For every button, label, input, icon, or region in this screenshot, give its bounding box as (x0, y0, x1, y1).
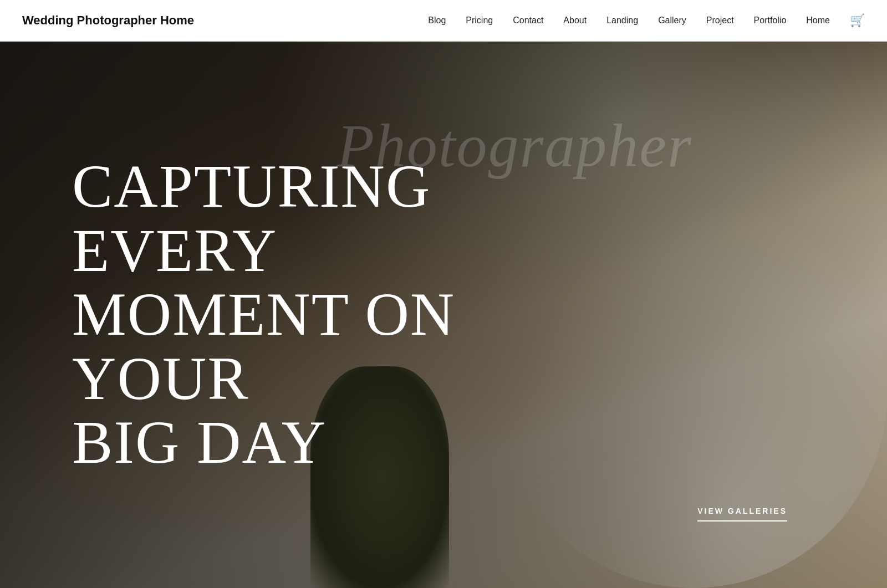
cart-icon-item[interactable]: 🛒 (850, 13, 865, 28)
navbar: Wedding Photographer Home Blog Pricing C… (0, 0, 887, 42)
site-logo[interactable]: Wedding Photographer Home (22, 13, 194, 28)
headline-line1: CAPTURING EVERY (72, 152, 431, 284)
nav-item-about[interactable]: About (563, 16, 587, 25)
nav-link-home[interactable]: Home (806, 16, 830, 25)
nav-item-contact[interactable]: Contact (513, 16, 543, 25)
nav-item-project[interactable]: Project (706, 16, 734, 25)
cta-wrapper: VIEW GALLERIES (697, 506, 787, 521)
nav-item-pricing[interactable]: Pricing (466, 16, 493, 25)
nav-link-contact[interactable]: Contact (513, 16, 543, 25)
nav-link-about[interactable]: About (563, 16, 587, 25)
hero-content: CAPTURING EVERY MOMENT ON YOUR BIG DAY (0, 113, 571, 475)
view-galleries-button[interactable]: VIEW GALLERIES (697, 507, 787, 515)
nav-item-home[interactable]: Home (806, 16, 830, 25)
nav-link-gallery[interactable]: Gallery (658, 16, 686, 25)
nav-item-gallery[interactable]: Gallery (658, 16, 686, 25)
headline-line2: MOMENT ON YOUR (72, 280, 455, 412)
nav-links: Blog Pricing Contact About Landing Galle… (428, 13, 865, 28)
nav-link-pricing[interactable]: Pricing (466, 16, 493, 25)
cart-icon[interactable]: 🛒 (850, 13, 865, 27)
headline-line3: BIG DAY (72, 408, 327, 476)
hero-headline: CAPTURING EVERY MOMENT ON YOUR BIG DAY (72, 155, 571, 475)
nav-link-landing[interactable]: Landing (606, 16, 638, 25)
nav-link-blog[interactable]: Blog (428, 16, 446, 25)
nav-item-portfolio[interactable]: Portfolio (754, 16, 787, 25)
nav-item-blog[interactable]: Blog (428, 16, 446, 25)
cta-underline (697, 520, 787, 521)
hero-section: Photographer CAPTURING EVERY MOMENT ON Y… (0, 0, 887, 588)
nav-item-landing[interactable]: Landing (606, 16, 638, 25)
nav-link-portfolio[interactable]: Portfolio (754, 16, 787, 25)
nav-link-project[interactable]: Project (706, 16, 734, 25)
